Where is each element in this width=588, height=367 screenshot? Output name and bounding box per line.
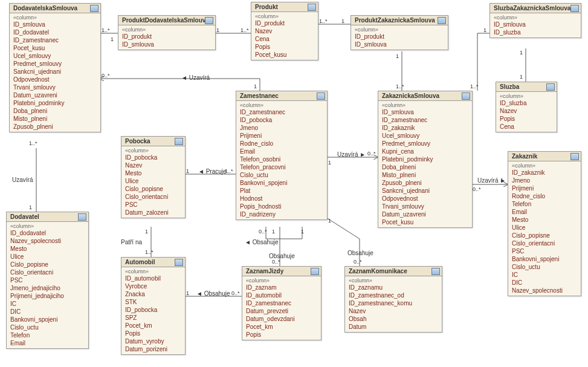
- card: 1..*: [102, 27, 110, 33]
- attribute: Rodne_cislo: [240, 140, 323, 148]
- card: 1..*: [319, 18, 328, 24]
- stereotype: «column»: [10, 223, 85, 229]
- attribute: Trvani_smlouvy: [382, 203, 468, 210]
- stereotype: «column»: [494, 15, 577, 21]
- title-text: Zakaznik: [512, 153, 537, 160]
- attribute: Zpusob_plneni: [382, 179, 468, 187]
- card: 1: [111, 36, 114, 42]
- attribute: Odpovednost: [382, 195, 468, 203]
- title-text: Dodavatel: [10, 213, 39, 220]
- attribute: ID_produkt: [255, 19, 314, 27]
- stereotype: «column»: [349, 278, 438, 284]
- attribute: Bankovni_spojeni: [512, 255, 577, 263]
- attrs: ID_zaznamID_automobilID_zamestnanecDatum…: [246, 284, 317, 339]
- attribute: ID_pobocka: [240, 116, 323, 124]
- entity-automobil[interactable]: Automobil «column»ID_automobilVyrobceZna…: [121, 257, 186, 355]
- class-icon: [570, 5, 579, 12]
- attribute: ID_zaznamu: [349, 284, 438, 291]
- attrs: ID_produktID_smlouva: [122, 33, 212, 48]
- entity-sluzba-zakaznicka-smlouva[interactable]: SluzbaZakaznickaSmlouva «column»ID_smlou…: [489, 3, 581, 38]
- attribute: Vyrobce: [125, 282, 181, 290]
- entity-dodavatel[interactable]: Dodavatel «column»ID_dodavatelNazev_spol…: [6, 212, 89, 349]
- class-icon: [175, 259, 183, 266]
- attribute: PSC: [512, 247, 577, 255]
- title-text: Sluzba: [500, 83, 519, 90]
- attribute: Nazev_spolecnosti: [512, 287, 577, 294]
- assoc-label-obsahuje-self: ◄ Obsahuje: [245, 239, 279, 245]
- attrs: ID_zamestnanecID_pobockaJmenoPrijmeniRod…: [240, 108, 323, 218]
- assoc-label-uzavira-dod: Uzavírá: [12, 177, 33, 183]
- entity-zaznam-komunikace[interactable]: ZaznamKomunikace «column»ID_zaznamuID_za…: [344, 266, 442, 333]
- class-icon: [308, 4, 316, 11]
- attribute: ID_zamestnanec: [240, 108, 323, 116]
- stereotype: «column»: [255, 13, 314, 19]
- attribute: ID_smlouva: [494, 21, 577, 28]
- entity-zakaznik[interactable]: Zakaznik «column»ID_zakaznikJmenoPrijmen…: [508, 151, 581, 296]
- attribute: ID_zamestnanec_od: [349, 291, 438, 299]
- attribute: Ucel_smlouvy: [13, 52, 97, 60]
- attribute: Pocet_km: [246, 323, 317, 331]
- attribute: Cislo_uctu: [240, 171, 323, 179]
- card: 1: [520, 74, 523, 80]
- card: 0..*: [259, 229, 267, 235]
- attribute: Jmeno_jednajiciho: [10, 284, 85, 292]
- attribute: ID_zakaznik: [382, 124, 468, 132]
- stereotype: «column»: [240, 102, 323, 108]
- class-icon: [462, 93, 470, 100]
- attribute: Prijmeni: [512, 184, 577, 192]
- attribute: Prijmeni: [240, 132, 323, 140]
- entity-title: Pobocka: [121, 137, 185, 146]
- attribute: ID_zamestnanec: [382, 116, 468, 124]
- attribute: Telefon: [512, 200, 577, 208]
- entity-pobocka[interactable]: Pobocka «column»ID_pobockaNazevMestoUlic…: [121, 136, 186, 218]
- attribute: ID_dodavatel: [13, 28, 97, 36]
- title-text: Zamestnanec: [240, 93, 279, 99]
- card: 1..*: [145, 249, 153, 255]
- attribute: Jmeno: [512, 177, 577, 184]
- stereotype: «column»: [246, 278, 317, 284]
- entity-produkt-zakaznicka-smlouva[interactable]: ProduktZakaznickaSmlouva «column»ID_prod…: [351, 15, 448, 50]
- attribute: ID_smlouva: [355, 41, 444, 48]
- entity-zamestnanec[interactable]: Zamestnanec «column»ID_zamestnanecID_pob…: [236, 91, 328, 220]
- title-text: Produkt: [255, 4, 278, 10]
- class-icon: [317, 93, 325, 100]
- entity-produkt[interactable]: Produkt «column»ID_produktNazevCenaPopis…: [251, 2, 318, 60]
- attribute: Cislo_popisne: [125, 185, 181, 193]
- title-text: ZakaznickaSmlouva: [382, 93, 439, 99]
- entity-title: ProduktZakaznickaSmlouva: [351, 16, 448, 25]
- entity-zakaznicka-smlouva[interactable]: ZakaznickaSmlouva «column»ID_smlouvaID_z…: [378, 91, 473, 228]
- attribute: Pocet_kusu: [13, 44, 97, 52]
- attribute: Popis: [125, 330, 181, 337]
- card: 1: [500, 177, 503, 183]
- attrs: ID_automobilVyrobceZnackaSTKID_pobockaSP…: [125, 274, 181, 353]
- entity-sluzba[interactable]: Sluzba «column»ID_sluzbaNazevPopisCena: [496, 82, 557, 132]
- card: 1: [341, 18, 344, 24]
- attribute: ID_automobil: [125, 274, 181, 282]
- entity-zaznam-jizdy[interactable]: ZaznamJizdy «column»ID_zaznamID_automobi…: [242, 266, 321, 340]
- attribute: STK: [125, 298, 181, 306]
- attribute: Bankovni_spojeni: [10, 316, 85, 323]
- entity-produkt-dodavatelska-smlouva[interactable]: ProduktDodavatelskaSmlouva «column»ID_pr…: [118, 15, 216, 50]
- attribute: ID_zaznam: [246, 284, 317, 291]
- attribute: Cislo_uctu: [512, 263, 577, 271]
- stereotype: «column»: [122, 27, 212, 33]
- stereotype: «column»: [13, 15, 97, 21]
- entity-title: Sluzba: [496, 82, 557, 92]
- entity-dodavatelska-smlouva[interactable]: DodavatelskaSmlouva «column»ID_smlouvaID…: [9, 3, 101, 132]
- attribute: Cislo_orientacni: [10, 268, 85, 276]
- entity-title: Produkt: [251, 2, 318, 12]
- attribute: SPZ: [125, 314, 181, 322]
- card: 1: [328, 160, 331, 166]
- attribute: Hodnost: [240, 195, 323, 203]
- stereotype: «column»: [512, 163, 577, 169]
- title-text: Automobil: [125, 259, 155, 265]
- card: 0..*: [367, 151, 376, 157]
- attribute: ID_dodavatel: [10, 229, 85, 237]
- attrs: ID_smlouvaID_zamestnanecID_zakaznikUcel_…: [382, 108, 468, 226]
- attribute: ID_zamestnanec: [246, 299, 317, 307]
- attribute: DIC: [10, 308, 85, 316]
- stereotype: «column»: [500, 93, 553, 99]
- card: 0..*: [473, 186, 481, 192]
- class-icon: [311, 268, 319, 275]
- attribute: Mesto: [125, 169, 181, 177]
